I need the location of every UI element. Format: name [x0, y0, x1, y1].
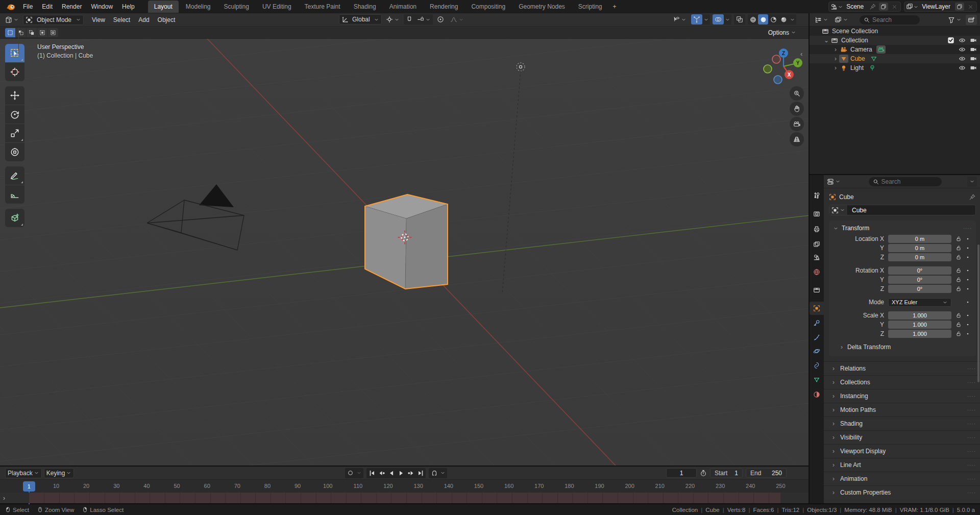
- pan-button[interactable]: [790, 102, 804, 116]
- properties-tab-output[interactable]: [810, 223, 824, 236]
- drag-handle-icon[interactable]: ····: [967, 407, 976, 413]
- hide-viewport-toggle[interactable]: [959, 46, 966, 53]
- outliner-row-collection[interactable]: ⌄Collection: [810, 36, 980, 45]
- cube-object[interactable]: [365, 194, 448, 289]
- lock-icon[interactable]: [953, 286, 964, 292]
- transform-value-field[interactable]: 1.000: [888, 330, 951, 338]
- properties-search-input[interactable]: [881, 178, 938, 185]
- select-mode-intersect[interactable]: [48, 28, 58, 37]
- disable-render-toggle[interactable]: [970, 37, 977, 44]
- menu-render[interactable]: Render: [57, 3, 86, 10]
- view-layer-selector[interactable]: ViewLayer: [904, 2, 977, 12]
- outliner-row-light[interactable]: ›Light: [810, 63, 980, 72]
- transform-value-field[interactable]: 0 m: [888, 235, 951, 243]
- animate-dot-icon[interactable]: [964, 277, 972, 282]
- outliner-row-scene-collection[interactable]: Scene Collection: [810, 27, 980, 36]
- pin-icon[interactable]: [868, 3, 877, 11]
- current-frame-field[interactable]: 1: [666, 468, 697, 478]
- selectability-visibility-dropdown[interactable]: [671, 14, 689, 24]
- hide-viewport-toggle[interactable]: [959, 64, 966, 71]
- use-preview-range-button[interactable]: [700, 470, 707, 477]
- animate-dot-icon[interactable]: [964, 255, 972, 260]
- collection-checkbox[interactable]: [947, 37, 954, 44]
- menu-edit[interactable]: Edit: [37, 3, 57, 10]
- panel-shading[interactable]: ›Shading····: [824, 416, 980, 430]
- panel-animation[interactable]: ›Animation····: [824, 472, 980, 485]
- workspace-tab-texture-paint[interactable]: Texture Paint: [299, 1, 347, 13]
- light-object[interactable]: [517, 63, 525, 71]
- options-dropdown[interactable]: Options: [768, 29, 796, 36]
- disable-render-toggle[interactable]: [970, 46, 977, 53]
- object-name-field[interactable]: Cube: [829, 205, 976, 215]
- workspace-tab-sculpting[interactable]: Sculpting: [218, 1, 255, 13]
- transform-value-field[interactable]: 1.000: [888, 321, 951, 329]
- panel-viewport-display[interactable]: ›Viewport Display····: [824, 444, 980, 458]
- outliner-row-cube[interactable]: ›Cube: [810, 54, 980, 63]
- animate-dot-icon[interactable]: [964, 236, 972, 241]
- blender-logo-icon[interactable]: [5, 2, 16, 11]
- keying-set-dropdown[interactable]: [355, 470, 363, 476]
- outliner-search[interactable]: Search: [860, 15, 920, 24]
- new-scene-button[interactable]: [879, 3, 888, 11]
- lock-icon[interactable]: [953, 322, 964, 328]
- gizmo-neg-z-axis[interactable]: [774, 76, 782, 84]
- workspace-tab-compositing[interactable]: Compositing: [465, 1, 511, 13]
- workspace-tab-rendering[interactable]: Rendering: [424, 1, 464, 13]
- transform-value-field[interactable]: 0 m: [888, 244, 951, 252]
- animate-dot-icon[interactable]: [964, 268, 972, 273]
- panel-motion-paths[interactable]: ›Motion Paths····: [824, 403, 980, 416]
- outliner-row-camera[interactable]: ›Camera: [810, 45, 980, 54]
- delete-view-layer-button[interactable]: [966, 3, 975, 11]
- chevron-right-icon[interactable]: ›: [832, 55, 839, 62]
- delete-scene-button[interactable]: [890, 3, 899, 11]
- drag-handle-icon[interactable]: ····: [963, 226, 972, 231]
- chevron-right-icon[interactable]: ›: [832, 64, 839, 71]
- tool-add-cube[interactable]: [5, 209, 24, 227]
- hide-viewport-toggle[interactable]: [959, 37, 966, 44]
- menu-file[interactable]: File: [18, 3, 37, 10]
- proportional-editing-toggle[interactable]: [435, 14, 446, 24]
- shading-material-button[interactable]: [768, 14, 778, 24]
- properties-tab-collection-props[interactable]: [810, 283, 824, 297]
- snap-dropdown[interactable]: [439, 470, 447, 476]
- workspace-tab-uv-editing[interactable]: UV Editing: [256, 1, 298, 13]
- outliner-display-mode-button[interactable]: [832, 15, 850, 25]
- panel-custom-properties[interactable]: ›Custom Properties····: [824, 485, 980, 499]
- tool-measure[interactable]: [5, 185, 24, 204]
- viewport-menu-add[interactable]: Add: [134, 13, 153, 27]
- panel-relations[interactable]: ›Relations····: [824, 361, 980, 375]
- editor-type-button[interactable]: [3, 15, 21, 25]
- lock-icon[interactable]: [953, 331, 964, 337]
- panel-collections[interactable]: ›Collections····: [824, 375, 980, 389]
- properties-search[interactable]: [869, 177, 942, 186]
- gizmos-toggle[interactable]: [691, 14, 702, 24]
- properties-tab-constraints[interactable]: [810, 359, 824, 372]
- workspace-tab-geometry-nodes[interactable]: Geometry Nodes: [512, 1, 571, 13]
- tool-annotate[interactable]: [5, 166, 24, 185]
- prev-keyframe-button[interactable]: [377, 469, 386, 478]
- lock-icon[interactable]: [953, 312, 964, 318]
- timeline-snap-button[interactable]: [429, 469, 439, 478]
- scene-selector[interactable]: Scene: [828, 2, 901, 12]
- gizmo-neg-x-axis[interactable]: [772, 55, 780, 63]
- transform-orientation-dropdown[interactable]: Global: [339, 14, 382, 24]
- animate-dot-icon[interactable]: [964, 286, 972, 291]
- snap-settings-dropdown[interactable]: [415, 14, 433, 24]
- select-mode-extend[interactable]: [16, 28, 26, 37]
- animate-dot-icon[interactable]: [964, 322, 972, 327]
- camera-view-button[interactable]: [790, 117, 804, 131]
- viewport-menu-object[interactable]: Object: [154, 13, 180, 27]
- lock-icon[interactable]: [953, 236, 964, 242]
- next-keyframe-button[interactable]: [406, 469, 415, 478]
- new-view-layer-button[interactable]: [955, 3, 964, 11]
- transform-value-field[interactable]: 0°: [888, 276, 951, 284]
- properties-tab-modifiers[interactable]: [810, 316, 824, 330]
- select-mode-subtract[interactable]: [27, 28, 37, 37]
- properties-tab-material[interactable]: [810, 388, 824, 401]
- select-mode-difference[interactable]: [37, 28, 47, 37]
- properties-tab-world[interactable]: [810, 265, 824, 279]
- animate-dot-icon[interactable]: [964, 246, 972, 251]
- properties-options-dropdown[interactable]: [967, 177, 977, 187]
- overlays-dropdown[interactable]: [724, 17, 731, 22]
- shading-solid-button[interactable]: [758, 14, 768, 24]
